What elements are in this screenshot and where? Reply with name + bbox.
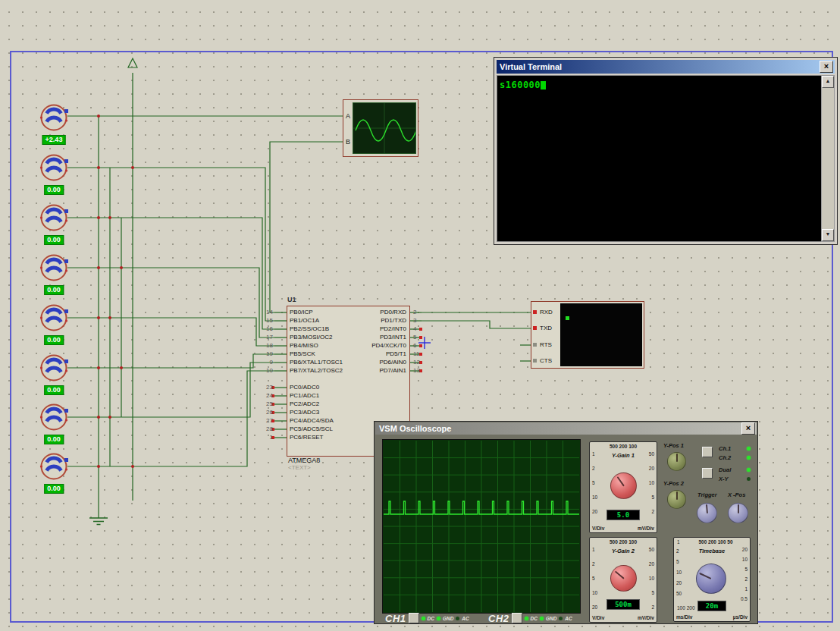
- ch1-ac-led: [456, 617, 459, 620]
- trigger-label: Trigger: [697, 491, 717, 498]
- ypos1-label: Y-Pos 1: [663, 442, 684, 449]
- mcu-pin-name: PC6/RESET: [290, 434, 323, 441]
- ch1-select-button[interactable]: [409, 613, 419, 623]
- scroll-down-icon[interactable]: ▼: [822, 229, 834, 241]
- serial-pin-indicator: [533, 310, 537, 314]
- mcu-pin-name: PC2/ADC2: [290, 400, 319, 407]
- potentiometer-2[interactable]: 0.00: [37, 151, 71, 198]
- mcu-pin-name: PD6/AIN0: [324, 359, 406, 366]
- ypos2-knob[interactable]: [667, 490, 686, 509]
- pot-dial-graphic: [37, 151, 71, 184]
- ch2-coupling-dc[interactable]: DC: [531, 616, 538, 621]
- mcu-pin-name: PB1/OC1A: [290, 317, 319, 324]
- virtual-terminal-close-icon[interactable]: ×: [820, 61, 833, 73]
- timebase-knob[interactable]: [696, 564, 726, 594]
- pot-value-readout: 0.00: [44, 185, 64, 195]
- gain2-scale-top: 500 200 100: [590, 538, 657, 545]
- potentiometer-1[interactable]: +2.43: [37, 101, 71, 148]
- ch2-coupling-row: CH2DCGNDAC: [488, 613, 572, 623]
- ch2-gain-panel: 500 200 100 Y-Gain 2 1251020 50201052 50…: [589, 537, 657, 623]
- analogue-graph-component[interactable]: A B: [343, 99, 418, 157]
- ch2-coupling-gnd[interactable]: GND: [546, 616, 556, 621]
- dial-scale-number: 2: [741, 576, 748, 586]
- timebase-scale-left: 25102050: [676, 548, 682, 601]
- mcu-pin-name: PB0/ICP: [290, 309, 313, 316]
- mcu-pin-number: 17: [256, 334, 273, 341]
- dial-scale-number: 5: [649, 590, 654, 604]
- mode-label-ch.1: Ch.1: [719, 445, 731, 452]
- mcu-pin-name: PD2/INT0: [324, 325, 406, 332]
- oscilloscope-titlebar[interactable]: VSM Oscilloscope ×: [375, 422, 757, 435]
- ch1-gnd-led: [437, 617, 440, 620]
- ch1-coupling-gnd[interactable]: GND: [443, 616, 453, 621]
- mcu-pin-name: PB5/SCK: [290, 350, 315, 357]
- gain1-title: Y-Gain 1: [590, 452, 657, 459]
- mcu-text-tag: <TEXT>: [288, 464, 311, 471]
- potentiometer-5[interactable]: 0.00: [37, 301, 71, 348]
- mcu-pin-number: 14: [256, 309, 273, 316]
- dial-scale-number: 20: [649, 561, 654, 576]
- ch1-coupling-dc[interactable]: DC: [428, 616, 434, 621]
- gain1-scale-right: 50201052: [649, 451, 654, 523]
- dial-scale-number: 20: [676, 580, 682, 591]
- terminal-scrollbar[interactable]: ▲ ▼: [821, 75, 835, 242]
- sine-trace: [353, 103, 415, 153]
- mcu-pin-number: 25: [256, 400, 273, 407]
- potentiometer-7[interactable]: 0.00: [37, 400, 71, 447]
- graph-pin-a-label: A: [346, 112, 350, 120]
- ch1-gain-knob[interactable]: [610, 472, 637, 499]
- potentiometer-8[interactable]: 0.00: [37, 450, 71, 497]
- ch2-select-button[interactable]: [512, 613, 522, 623]
- oscilloscope-close-icon[interactable]: ×: [741, 422, 755, 435]
- dial-scale-number: 50: [676, 591, 682, 601]
- pot-dial-graphic: [37, 251, 71, 284]
- serial-pin-indicator: [533, 343, 537, 347]
- display-mode-button[interactable]: [702, 468, 713, 479]
- pot-value-readout: 0.00: [44, 435, 64, 444]
- ch2-coupling-ac[interactable]: AC: [565, 616, 572, 621]
- ch1-coupling-row: CH1DCGNDAC: [385, 613, 469, 623]
- oscilloscope-trace: [384, 441, 579, 612]
- potentiometer-6[interactable]: 0.00: [37, 351, 71, 398]
- ch2-gain-knob[interactable]: [610, 565, 637, 592]
- dial-scale-number: 5: [676, 559, 682, 570]
- mcu-pin-name: PB2/SS/OC1B: [290, 325, 329, 332]
- mcu-pin-name: PD3/INT1: [324, 334, 406, 341]
- xpos-knob[interactable]: [728, 503, 748, 523]
- ypos1-knob[interactable]: [667, 452, 686, 471]
- terminal-output-area[interactable]: s160000: [497, 75, 822, 242]
- mcu-pin-number: 26: [256, 409, 273, 416]
- ch1-coupling-ac[interactable]: AC: [462, 616, 469, 621]
- scroll-up-icon[interactable]: ▲: [822, 76, 834, 88]
- dial-scale-number: 5: [649, 494, 654, 509]
- terminal-cursor: [541, 81, 546, 89]
- vsm-oscilloscope-window: VSM Oscilloscope × CH1DCGNDAC CH2DCGNDAC…: [374, 421, 758, 624]
- dial-scale-number: 10: [649, 576, 654, 590]
- dial-scale-number: 10: [592, 494, 597, 509]
- mcu-pin-name: PB4/MISO: [290, 342, 318, 349]
- gain2-unit-right: mV/Div: [638, 615, 654, 620]
- channel-mode-button[interactable]: [702, 447, 713, 457]
- ch1-label: CH1: [385, 613, 406, 624]
- mcu-pin-name: PD0/RXD: [324, 309, 406, 316]
- virtual-terminal-titlebar[interactable]: Virtual Terminal ×: [497, 60, 835, 74]
- pot-dial-graphic: [37, 301, 71, 334]
- potentiometer-4[interactable]: 0.00: [37, 251, 71, 298]
- oscilloscope-display: [382, 439, 581, 614]
- dial-scale-number: 5: [592, 480, 597, 494]
- dial-scale-number: 10: [741, 557, 748, 567]
- gain2-scale-left: 1251020: [592, 547, 597, 619]
- serial-activity-led: [566, 316, 569, 320]
- timebase-unit-right: µs/Div: [733, 614, 748, 620]
- ypos2-label: Y-Pos 2: [663, 480, 684, 487]
- serial-pin-txd: TXD: [540, 325, 552, 331]
- mcu-pin-name: PD5/T1: [324, 350, 406, 357]
- mode-led-x-y: [747, 477, 751, 481]
- ch1-gain-readout: 5.0: [606, 510, 640, 520]
- timebase-panel: 1 500 200 100 50 Timebase 25102050 100 2…: [673, 537, 751, 622]
- potentiometer-3[interactable]: 0.00: [37, 201, 71, 248]
- schematic-canvas[interactable]: A B U1 ATMEGA8 <TEXT> Virtual Terminal ×…: [0, 0, 840, 631]
- dial-scale-number: 2: [592, 561, 597, 576]
- trigger-knob[interactable]: [697, 503, 717, 523]
- mcu-pin-number: 23: [256, 384, 273, 391]
